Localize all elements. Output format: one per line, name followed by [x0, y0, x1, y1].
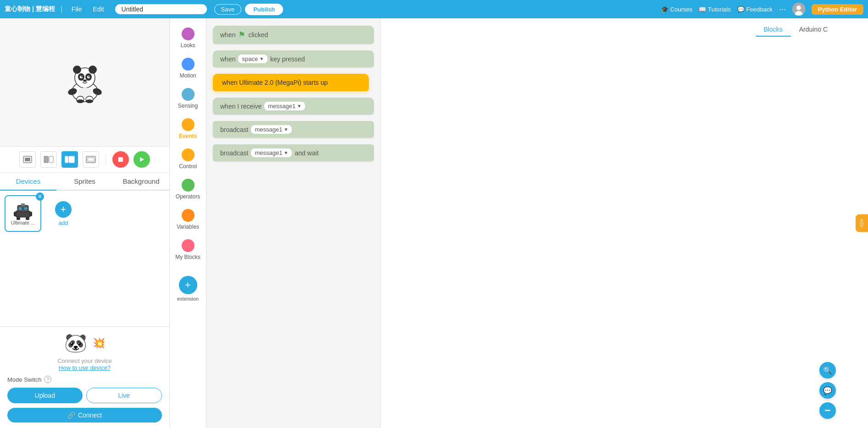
zoom-search-btn[interactable]: 🔍	[819, 362, 836, 379]
block-when-flag[interactable]: when ⚑ clicked	[213, 26, 374, 44]
extension-label: extension	[177, 296, 199, 302]
svg-point-1	[796, 5, 801, 10]
upload-live-row: Upload Live	[7, 388, 162, 403]
svg-marker-30	[140, 157, 144, 162]
tab-blocks[interactable]: Blocks	[756, 23, 791, 37]
block-when-receive[interactable]: when I receive message1 ▼	[213, 98, 374, 115]
cat-myblocks[interactable]: My Blocks	[170, 235, 206, 265]
svg-rect-35	[14, 212, 17, 216]
stage-large-btn[interactable]	[61, 151, 78, 168]
svg-rect-23	[44, 156, 48, 163]
tab-background[interactable]: Background	[113, 173, 169, 190]
tab-sprites[interactable]: Sprites	[56, 173, 113, 190]
broadcast-dropdown[interactable]: message1 ▼	[251, 125, 292, 134]
variables-label: Variables	[177, 224, 199, 230]
mode-switch-label: Mode Switch	[7, 376, 41, 383]
cat-events[interactable]: Events	[170, 114, 206, 144]
device-label: Ultimate ...	[11, 220, 35, 225]
add-device-btn[interactable]: + add	[45, 195, 82, 232]
live-button[interactable]: Live	[86, 388, 162, 403]
block-when-starts-up[interactable]: when Ultimate 2.0 (MegaPi) starts up	[213, 74, 369, 91]
main-layout: Devices Sprites Background ✕	[0, 18, 868, 428]
svg-rect-28	[88, 158, 94, 161]
svg-rect-22	[25, 158, 30, 161]
svg-rect-25	[65, 156, 68, 163]
block-when-key[interactable]: when space ▼ key pressed	[213, 50, 374, 67]
broadcast-wait-dropdown[interactable]: message1 ▼	[251, 148, 292, 157]
svg-rect-29	[118, 157, 123, 162]
go-button[interactable]	[134, 151, 150, 168]
avatar[interactable]	[792, 3, 805, 16]
cat-looks[interactable]: Looks	[170, 23, 206, 53]
receive-dropdown[interactable]: message1 ▼	[264, 102, 305, 110]
operators-dot	[182, 179, 195, 192]
panda-connect-icon: 🐼	[64, 332, 87, 354]
zoom-chat-btn[interactable]: 💬	[819, 382, 836, 399]
blocks-area: when ⚑ clicked when space ▼ key pressed …	[206, 18, 381, 428]
title-input[interactable]	[115, 4, 207, 14]
block-text: when	[220, 31, 235, 38]
stop-button[interactable]	[112, 151, 129, 168]
canvas-tabs: Blocks Arduino C	[756, 23, 836, 37]
how-to-link[interactable]: How to use device?	[7, 364, 162, 371]
courses-link[interactable]: 🎓 Courses	[661, 6, 692, 13]
mode-help-icon[interactable]: ?	[44, 376, 51, 383]
events-dot	[182, 118, 195, 131]
block-broadcast-wait[interactable]: broadcast message1 ▼ and wait	[213, 144, 374, 161]
feedback-icon: 💬	[737, 6, 745, 13]
stage-area	[0, 18, 169, 147]
stage-small-btn[interactable]	[19, 151, 36, 168]
upload-button[interactable]: Upload	[7, 388, 83, 403]
code-toggle-btn[interactable]: </>	[856, 214, 868, 232]
stage-medium-btn[interactable]	[40, 151, 57, 168]
device-item-ultimate[interactable]: ✕ Ultimate ...	[5, 195, 41, 232]
svg-point-33	[19, 207, 22, 210]
remove-device-btn[interactable]: ✕	[36, 192, 44, 201]
mode-switch-row: Mode Switch ?	[7, 376, 162, 383]
more-options[interactable]: ···	[779, 5, 786, 14]
topnav-right: 🎓 Courses 📖 Tutorials 💬 Feedback ··· Pyt…	[661, 3, 863, 16]
connect-button[interactable]: 🔗 Connect	[7, 408, 162, 423]
brand-label: 童心制物 | 慧编程	[5, 5, 55, 13]
tab-arduino[interactable]: Arduino C	[791, 23, 836, 37]
save-button[interactable]: Save	[214, 4, 242, 15]
events-label: Events	[179, 133, 197, 139]
block-categories: Looks Motion Sensing Events Control Oper…	[170, 18, 206, 428]
block-broadcast[interactable]: broadcast message1 ▼	[213, 121, 374, 138]
blast-icon: 💥	[93, 337, 105, 349]
sensing-label: Sensing	[178, 103, 198, 109]
feedback-link[interactable]: 💬 Feedback	[737, 6, 773, 13]
cat-operators[interactable]: Operators	[170, 174, 206, 204]
svg-point-11	[81, 76, 82, 77]
file-menu[interactable]: File	[68, 5, 86, 13]
edit-menu[interactable]: Edit	[89, 5, 107, 13]
tab-devices[interactable]: Devices	[0, 173, 56, 191]
device-image	[11, 202, 34, 220]
svg-rect-39	[21, 203, 25, 206]
extension-btn[interactable]: +	[179, 276, 197, 294]
panda-image	[64, 62, 106, 103]
python-editor-button[interactable]: Python Editor	[812, 4, 863, 15]
svg-rect-24	[49, 156, 53, 163]
publish-button[interactable]: Publish	[245, 4, 283, 15]
cat-motion[interactable]: Motion	[170, 53, 206, 83]
stage-full-btn[interactable]	[83, 151, 99, 168]
connect-panda: 🐼 💥	[7, 332, 162, 354]
robot-svg	[12, 202, 34, 220]
canvas-area[interactable]: Blocks Arduino C </> 🔍 💬 −	[381, 18, 868, 428]
cat-variables[interactable]: Variables	[170, 204, 206, 235]
add-icon: +	[55, 201, 72, 218]
zoom-out-btn[interactable]: −	[819, 402, 836, 419]
left-panel: Devices Sprites Background ✕	[0, 18, 170, 428]
zoom-buttons: 🔍 💬 −	[819, 362, 836, 419]
courses-icon: 🎓	[661, 6, 668, 13]
block-text: clicked	[248, 31, 268, 38]
svg-point-13	[83, 79, 87, 82]
flag-icon: ⚑	[238, 30, 245, 40]
cat-control[interactable]: Control	[170, 144, 206, 174]
key-dropdown[interactable]: space ▼	[238, 55, 267, 63]
myblocks-dot	[182, 239, 195, 252]
cat-sensing[interactable]: Sensing	[170, 83, 206, 114]
tutorials-link[interactable]: 📖 Tutorials	[699, 6, 730, 13]
operators-label: Operators	[176, 193, 200, 200]
